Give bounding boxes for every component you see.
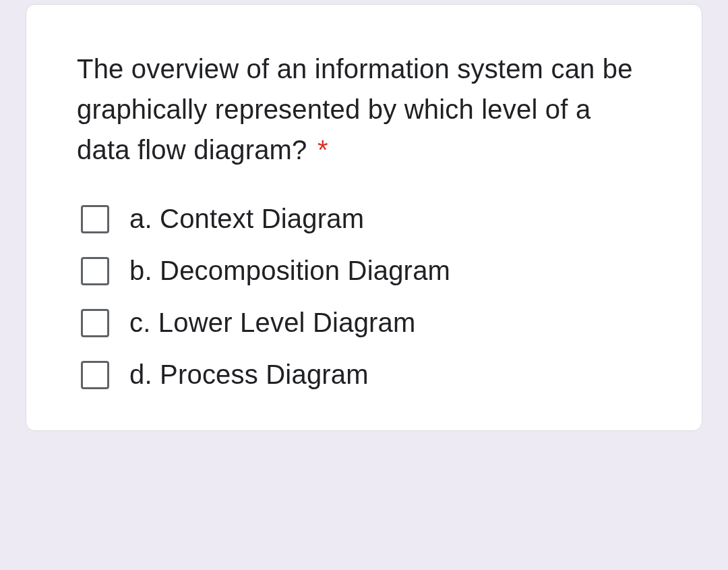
option-label: a. Context Diagram [129,204,364,234]
required-star: * [317,135,328,165]
options-group: a. Context Diagram b. Decomposition Diag… [77,204,651,390]
question-body: The overview of an information system ca… [77,54,633,165]
option-a[interactable]: a. Context Diagram [81,204,651,234]
option-d[interactable]: d. Process Diagram [81,360,651,390]
checkbox-icon[interactable] [81,309,109,337]
option-label: c. Lower Level Diagram [129,308,416,338]
option-b[interactable]: b. Decomposition Diagram [81,256,651,286]
checkbox-icon[interactable] [81,205,109,233]
option-label: d. Process Diagram [129,360,369,390]
checkbox-icon[interactable] [81,361,109,389]
question-text: The overview of an information system ca… [77,49,651,170]
option-c[interactable]: c. Lower Level Diagram [81,308,651,338]
question-card: The overview of an information system ca… [26,4,702,431]
checkbox-icon[interactable] [81,257,109,285]
option-label: b. Decomposition Diagram [129,256,450,286]
